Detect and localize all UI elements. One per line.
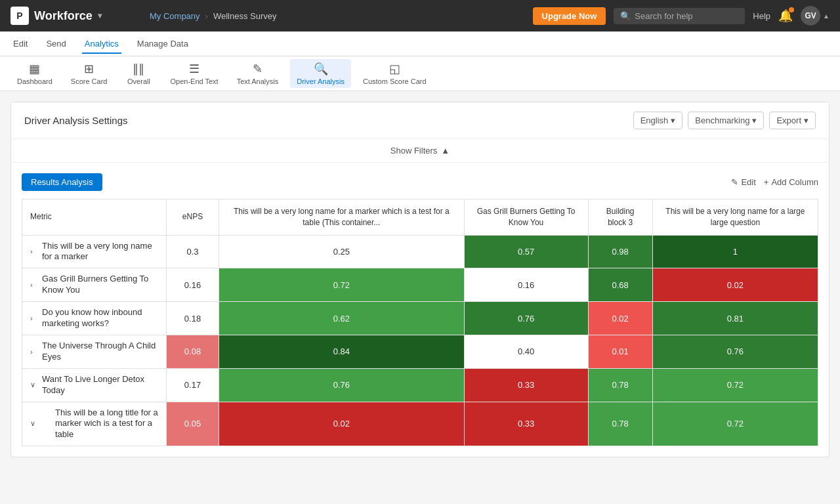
col4-cell: 0.76 — [652, 335, 818, 368]
enps-cell: 0.05 — [167, 402, 219, 446]
top-navigation: P Workforce ▾ My Company › Wellness Surv… — [0, 0, 840, 32]
col2-cell: 0.33 — [464, 368, 588, 402]
nav-manage-data[interactable]: Manage Data — [135, 33, 191, 54]
expand-icon[interactable]: › — [30, 314, 38, 322]
enps-cell: 0.16 — [167, 268, 219, 302]
results-header: Results Analysis ✎ Edit + Add Column — [22, 173, 818, 191]
enps-cell: 0.08 — [167, 335, 219, 368]
col4-cell: 0.72 — [652, 368, 818, 402]
toolbar-textanalysis[interactable]: ✎ Text Analysis — [230, 59, 285, 88]
expand-icon[interactable]: › — [30, 348, 38, 356]
toolbar-textanalysis-label: Text Analysis — [237, 77, 279, 85]
col1-cell: 0.62 — [219, 302, 465, 335]
language-button[interactable]: English ▾ — [633, 112, 683, 129]
table-row: ›This will be a very long name for a mar… — [22, 235, 818, 268]
breadcrumb-separator: › — [205, 11, 208, 21]
secondary-navigation: Edit Send Analytics Manage Data — [0, 32, 840, 56]
notification-button[interactable]: 🔔 — [778, 9, 793, 23]
toolbar-driveranalysis[interactable]: 🔍 Driver Analysis — [290, 59, 351, 88]
col3-header: Building block 3 — [588, 200, 652, 236]
expand-icon[interactable]: ∨ — [30, 381, 38, 389]
edit-button[interactable]: ✎ Edit — [731, 177, 755, 187]
col3-cell: 0.98 — [588, 235, 652, 268]
toolbar: ▦ Dashboard ⊞ Score Card ∥∥ Overall ☰ Op… — [0, 56, 840, 91]
col1-cell: 0.25 — [219, 235, 465, 268]
add-column-label: Add Column — [771, 177, 818, 187]
col1-header: This will be a very long name for a mark… — [219, 200, 465, 236]
nav-analytics[interactable]: Analytics — [82, 33, 121, 54]
table-row: ∨Want To Live Longer Detox Today0.170.76… — [22, 368, 818, 402]
breadcrumb-company[interactable]: My Company — [150, 11, 200, 21]
toolbar-scorecard-label: Score Card — [71, 77, 108, 85]
toolbar-customscore[interactable]: ◱ Custom Score Card — [356, 59, 433, 88]
toolbar-openend[interactable]: ☰ Open-End Text — [163, 59, 224, 88]
export-button[interactable]: Export ▾ — [769, 112, 816, 129]
expand-icon[interactable]: › — [30, 281, 38, 289]
filter-chevron-icon: ▲ — [441, 146, 450, 156]
search-input[interactable] — [635, 11, 733, 21]
user-menu[interactable]: GV ▲ — [801, 6, 830, 26]
metric-label: The Universe Through A Child Eyes — [42, 341, 158, 363]
nav-edit[interactable]: Edit — [10, 33, 30, 54]
help-link[interactable]: Help — [753, 11, 770, 21]
driveranalysis-icon: 🔍 — [314, 62, 328, 76]
filter-toggle[interactable]: Show Filters ▲ — [11, 139, 829, 163]
brand-chevron-icon[interactable]: ▾ — [98, 11, 102, 20]
search-box[interactable]: 🔍 — [614, 8, 745, 24]
metric-label: Want To Live Longer Detox Today — [42, 374, 158, 396]
col2-cell: 0.76 — [464, 302, 588, 335]
toolbar-dashboard-label: Dashboard — [17, 77, 52, 85]
metric-cell: ›Do you know how inbound marketing works… — [22, 302, 167, 335]
table-row: ›The Universe Through A Child Eyes0.080.… — [22, 335, 818, 368]
scorecard-icon: ⊞ — [84, 62, 94, 76]
edit-icon: ✎ — [731, 177, 738, 187]
add-column-plus-icon: + — [764, 177, 769, 187]
col2-cell: 0.16 — [464, 268, 588, 302]
openend-icon: ☰ — [189, 62, 200, 76]
enps-cell: 0.3 — [167, 235, 219, 268]
toolbar-scorecard[interactable]: ⊞ Score Card — [64, 59, 114, 88]
col2-cell: 0.57 — [464, 235, 588, 268]
upgrade-button[interactable]: Upgrade Now — [533, 7, 606, 25]
data-table: Metric eNPS This will be a very long nam… — [22, 199, 818, 446]
avatar: GV — [801, 6, 820, 26]
expand-icon[interactable]: ∨ — [30, 419, 38, 428]
table-row: ›Do you know how inbound marketing works… — [22, 302, 818, 335]
customscore-icon: ◱ — [389, 62, 400, 76]
metric-cell: ›This will be a very long name for a mar… — [22, 235, 167, 268]
col1-cell: 0.84 — [219, 335, 465, 368]
metric-cell: ›The Universe Through A Child Eyes — [22, 335, 167, 368]
notification-dot — [789, 7, 794, 12]
nav-send[interactable]: Send — [43, 33, 68, 54]
col2-cell: 0.33 — [464, 402, 588, 446]
benchmarking-chevron-icon: ▾ — [752, 116, 757, 125]
benchmarking-button[interactable]: Benchmarking ▾ — [688, 112, 764, 129]
toolbar-driveranalysis-label: Driver Analysis — [297, 77, 345, 85]
language-label: English — [640, 116, 669, 125]
add-column-button[interactable]: + Add Column — [764, 177, 818, 187]
col4-cell: 0.02 — [652, 268, 818, 302]
toolbar-dashboard[interactable]: ▦ Dashboard — [10, 59, 59, 88]
breadcrumb-current: Wellness Survey — [213, 11, 277, 21]
metric-label: Do you know how inbound marketing works? — [42, 307, 158, 329]
export-chevron-icon: ▾ — [804, 116, 808, 125]
col4-cell: 0.72 — [652, 402, 818, 446]
toolbar-overall[interactable]: ∥∥ Overall — [119, 59, 158, 88]
col4-cell: 1 — [652, 235, 818, 268]
enps-cell: 0.18 — [167, 302, 219, 335]
benchmarking-label: Benchmarking — [695, 116, 749, 125]
col1-cell: 0.02 — [219, 402, 465, 446]
col2-cell: 0.40 — [464, 335, 588, 368]
toolbar-customscore-label: Custom Score Card — [363, 77, 427, 85]
table-row: ›Gas Grill Burners Getting To Know You0.… — [22, 268, 818, 302]
textanalysis-icon: ✎ — [253, 62, 262, 76]
brand-logo[interactable]: P Workforce ▾ — [10, 7, 142, 25]
col3-cell: 0.02 — [588, 302, 652, 335]
table-row: ∨This will be a long title for a marker … — [22, 402, 818, 446]
avatar-chevron-icon: ▲ — [823, 12, 830, 20]
settings-panel: Driver Analysis Settings English ▾ Bench… — [10, 102, 830, 457]
metric-cell: ›Gas Grill Burners Getting To Know You — [22, 268, 167, 302]
col3-cell: 0.78 — [588, 368, 652, 402]
brand-name: Workforce — [34, 9, 93, 23]
expand-icon[interactable]: › — [30, 247, 38, 255]
